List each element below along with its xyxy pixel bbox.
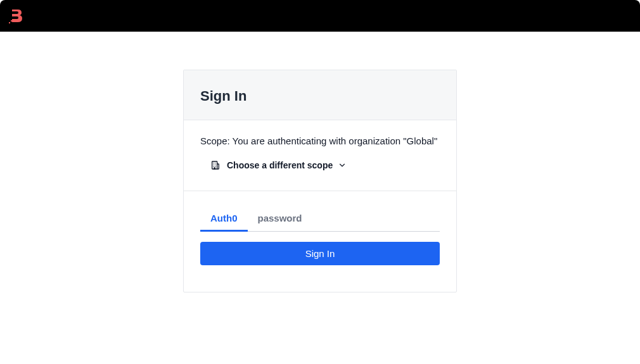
scope-section: Scope: You are authenticating with organ…: [184, 120, 456, 191]
auth-section: Auth0 password Sign In: [184, 191, 456, 292]
tab-auth0[interactable]: Auth0: [200, 206, 248, 232]
building-icon: [210, 160, 221, 170]
card-header: Sign In: [184, 70, 456, 120]
scope-description: Scope: You are authenticating with organ…: [200, 135, 440, 146]
choose-scope-link[interactable]: Choose a different scope: [200, 160, 347, 170]
svg-rect-1: [9, 22, 10, 23]
tab-password[interactable]: password: [248, 206, 312, 232]
signin-card: Sign In Scope: You are authenticating wi…: [183, 70, 457, 292]
main-area: Sign In Scope: You are authenticating wi…: [0, 32, 640, 292]
page-title: Sign In: [200, 88, 440, 104]
svg-rect-0: [11, 20, 12, 22]
choose-scope-label: Choose a different scope: [227, 160, 333, 170]
signin-button[interactable]: Sign In: [200, 242, 440, 265]
topbar: [0, 0, 640, 32]
app-logo: [9, 8, 24, 23]
chevron-down-icon: [338, 161, 347, 170]
auth-tabs: Auth0 password: [200, 206, 440, 232]
